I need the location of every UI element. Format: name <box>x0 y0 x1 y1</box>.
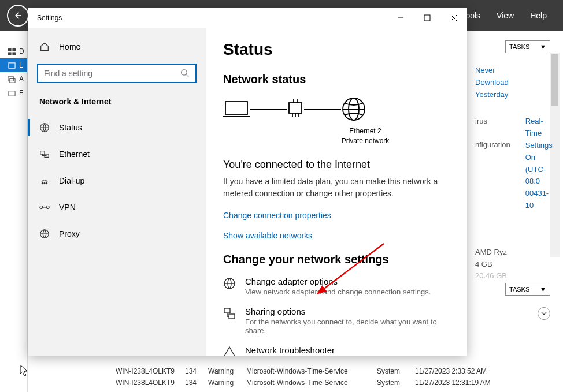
menu-view[interactable]: View <box>497 11 514 20</box>
svg-rect-25 <box>225 102 247 114</box>
maximize-button[interactable] <box>414 9 440 27</box>
status-icon <box>39 122 50 133</box>
svg-rect-16 <box>40 151 45 154</box>
bg-link[interactable]: On <box>525 152 553 164</box>
window-title: Settings <box>37 14 62 22</box>
sidebar-item-status[interactable]: Status <box>28 114 206 141</box>
option-change-adapter[interactable]: Change adapter options View network adap… <box>223 277 450 296</box>
back-button[interactable] <box>7 5 29 27</box>
tasks-dropdown[interactable]: TASKS▼ <box>505 40 550 53</box>
option-title: Network troubleshooter <box>245 345 335 355</box>
bg-info-panel: TASKS▼ Never Download Yesterday irus nfi… <box>475 40 550 282</box>
svg-rect-7 <box>10 78 15 82</box>
chevron-down-icon <box>541 311 547 316</box>
bg-hw: 20.46 GB <box>475 270 550 282</box>
globe-icon <box>341 96 366 122</box>
adapter-icon <box>287 99 304 119</box>
settings-window: Settings Home Network & Internet <box>28 8 467 356</box>
svg-rect-27 <box>289 103 302 113</box>
settings-main: Status Network status Ethernet 2 Private… <box>206 28 467 356</box>
svg-rect-4 <box>12 52 16 55</box>
nav-label: A <box>19 75 24 83</box>
dashboard-icon <box>8 48 16 55</box>
link-connection-properties[interactable]: Change connection properties <box>223 211 331 220</box>
bg-hw: AMD Ryz <box>475 247 550 259</box>
event-row[interactable]: WIN-I238L4OLKT9 134 Warning Microsoft-Wi… <box>116 377 558 389</box>
settings-sidebar: Home Network & Internet Status Ethern <box>28 28 206 356</box>
ethernet-icon <box>39 149 50 159</box>
sidebar-item-vpn[interactable]: VPN <box>28 194 206 221</box>
svg-rect-5 <box>9 62 15 68</box>
home-button[interactable]: Home <box>28 35 206 59</box>
server-icon <box>8 62 16 69</box>
sidebar-section-title: Network & Internet <box>28 94 206 114</box>
option-troubleshooter[interactable]: Network troubleshooter <box>223 345 450 356</box>
sidebar-item-label: Proxy <box>59 229 80 238</box>
vpn-icon <box>39 202 50 212</box>
event-row[interactable]: WIN-I238L4OLKT9 134 Warning Microsoft-Wi… <box>116 365 558 377</box>
file-icon <box>8 89 16 97</box>
svg-point-18 <box>42 182 43 184</box>
network-label: Ethernet 2 Private network <box>281 126 450 146</box>
option-title: Change adapter options <box>245 277 431 286</box>
tasks-dropdown[interactable]: TASKS▼ <box>505 283 550 296</box>
svg-rect-8 <box>9 91 15 95</box>
svg-point-19 <box>44 182 45 184</box>
nav-label: D <box>19 47 24 55</box>
sidebar-item-ethernet[interactable]: Ethernet <box>28 141 206 167</box>
bg-link[interactable]: 00431-10 <box>525 188 553 212</box>
bg-link[interactable]: Yesterday <box>475 89 550 101</box>
bg-label: nfiguration <box>475 139 510 151</box>
sidebar-item-dialup[interactable]: Dial-up <box>28 167 206 194</box>
bg-link[interactable]: Settings <box>525 140 553 152</box>
nav-file-services[interactable]: F <box>0 86 27 100</box>
nav-label: L <box>19 61 23 69</box>
search-icon <box>180 69 190 78</box>
settings-titlebar: Settings <box>28 8 467 28</box>
sharing-icon <box>223 307 237 335</box>
sidebar-item-label: Status <box>59 123 82 132</box>
search-input[interactable] <box>44 69 180 78</box>
expand-button[interactable] <box>538 307 550 320</box>
servers-icon <box>8 76 16 83</box>
mouse-cursor <box>20 364 29 377</box>
bg-label: irus <box>475 115 510 128</box>
svg-rect-38 <box>229 314 235 319</box>
bg-link[interactable]: (UTC-08:0 <box>525 164 553 188</box>
sidebar-item-label: Ethernet <box>59 150 90 159</box>
home-icon <box>39 42 50 52</box>
option-title: Sharing options <box>245 307 450 316</box>
svg-rect-2 <box>12 48 16 51</box>
svg-line-14 <box>186 74 188 77</box>
svg-point-20 <box>46 182 47 184</box>
dialup-icon <box>39 176 50 186</box>
sidebar-item-proxy[interactable]: Proxy <box>28 221 206 247</box>
nav-local-server[interactable]: L <box>0 58 27 72</box>
option-subtitle: For the networks you connect to, decide … <box>245 318 450 335</box>
bg-link[interactable]: Download <box>475 77 550 89</box>
svg-rect-1 <box>8 48 12 51</box>
event-log: WIN-I238L4OLKT9 134 Warning Microsoft-Wi… <box>116 365 558 389</box>
link-available-networks[interactable]: Show available networks <box>223 231 312 240</box>
network-diagram <box>223 96 450 122</box>
nav-all-servers[interactable]: A <box>0 72 27 86</box>
svg-rect-6 <box>8 76 13 80</box>
bg-hw: 4 GB <box>475 259 550 271</box>
nav-dashboard[interactable]: D <box>0 44 27 58</box>
pc-icon <box>223 99 250 119</box>
option-sharing[interactable]: Sharing options For the networks you con… <box>223 307 450 335</box>
close-button[interactable] <box>440 9 467 27</box>
search-input-wrap[interactable] <box>37 64 197 83</box>
minimize-button[interactable] <box>387 9 414 27</box>
connected-heading: You're connected to the Internet <box>223 159 450 171</box>
svg-point-13 <box>182 70 187 76</box>
menu-help[interactable]: Help <box>530 11 547 20</box>
svg-rect-3 <box>8 52 12 55</box>
svg-point-21 <box>40 206 43 209</box>
server-manager-nav: D L A F <box>0 31 28 392</box>
bg-info-panel-2: TASKS▼ <box>475 283 550 320</box>
bg-link[interactable]: Real-Time <box>525 115 553 140</box>
connected-desc: If you have a limited data plan, you can… <box>223 176 443 200</box>
bg-link[interactable]: Never <box>475 65 550 77</box>
sidebar-item-label: VPN <box>59 203 76 212</box>
